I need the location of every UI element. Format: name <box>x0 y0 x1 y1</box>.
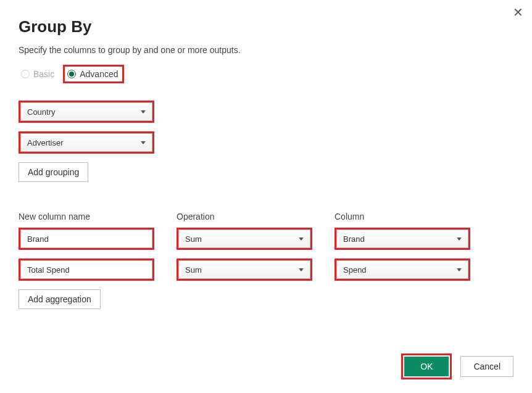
dialog-footer: OK Cancel <box>401 354 513 379</box>
radio-icon <box>21 70 30 78</box>
new-column-name-input-0[interactable]: Brand <box>20 230 152 248</box>
aggregation-row: Brand Sum Brand <box>19 228 513 250</box>
dropdown-value: Sum <box>185 234 202 244</box>
aggregation-headers: New column name Operation Column <box>19 212 513 221</box>
chevron-down-icon <box>299 268 304 271</box>
dropdown-value: Advertiser <box>27 138 64 147</box>
radio-icon <box>67 70 76 78</box>
input-value: Total Spend <box>27 265 70 275</box>
header-operation: Operation <box>177 212 312 221</box>
input-value: Brand <box>27 234 49 244</box>
chevron-down-icon <box>299 238 304 241</box>
ok-button[interactable]: OK <box>404 357 449 376</box>
radio-basic[interactable]: Basic <box>19 67 58 81</box>
dialog-title: Group By <box>19 17 513 36</box>
dropdown-value: Spend <box>343 265 367 275</box>
operation-dropdown-0[interactable]: Sum <box>178 230 310 248</box>
aggregation-row: Total Spend Sum Spend <box>19 259 513 281</box>
radio-advanced-label: Advanced <box>80 69 118 79</box>
group-columns-list: Country Advertiser <box>19 101 513 154</box>
cancel-button[interactable]: Cancel <box>460 356 513 377</box>
add-aggregation-button[interactable]: Add aggregation <box>19 289 101 309</box>
chevron-down-icon <box>457 268 462 271</box>
chevron-down-icon <box>457 238 462 241</box>
header-column: Column <box>335 212 470 221</box>
operation-dropdown-1[interactable]: Sum <box>178 260 310 279</box>
column-dropdown-0[interactable]: Brand <box>336 230 468 248</box>
mode-radio-group: Basic Advanced <box>19 65 513 83</box>
group-column-dropdown-0[interactable]: Country <box>20 102 152 121</box>
radio-advanced[interactable]: Advanced <box>65 67 122 81</box>
column-dropdown-1[interactable]: Spend <box>336 260 468 279</box>
add-grouping-button[interactable]: Add grouping <box>19 162 88 182</box>
chevron-down-icon <box>141 141 146 144</box>
header-new-column-name: New column name <box>19 212 154 221</box>
group-column-dropdown-1[interactable]: Advertiser <box>20 133 152 152</box>
dropdown-value: Country <box>27 107 56 117</box>
chevron-down-icon <box>141 110 146 114</box>
dropdown-value: Sum <box>185 265 202 275</box>
radio-basic-label: Basic <box>33 69 54 79</box>
dialog-subtitle: Specify the columns to group by and one … <box>19 45 513 55</box>
new-column-name-input-1[interactable]: Total Spend <box>20 260 152 279</box>
close-icon[interactable]: ✕ <box>513 6 523 19</box>
dropdown-value: Brand <box>343 234 365 244</box>
